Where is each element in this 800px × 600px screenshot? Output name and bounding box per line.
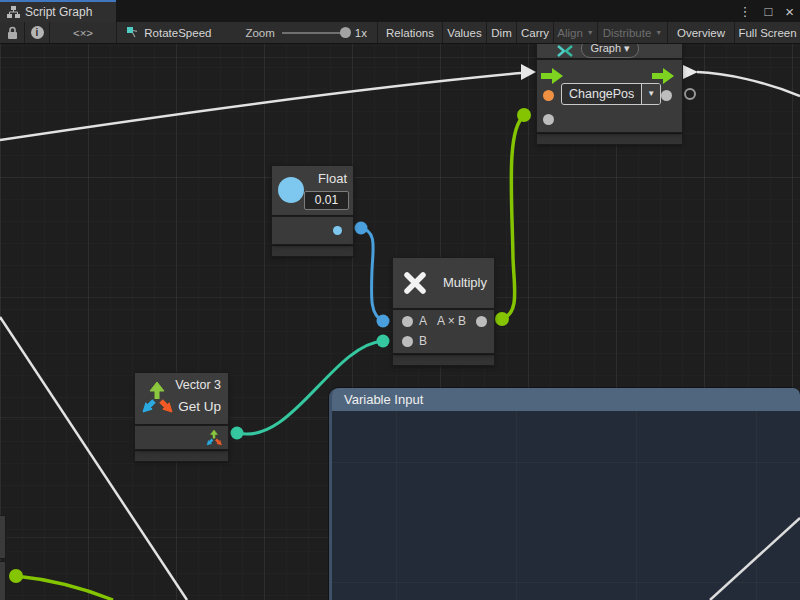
zoom-slider[interactable] bbox=[282, 32, 348, 34]
node-vector3-get-up[interactable]: Vector 3 Get Up bbox=[135, 373, 228, 461]
graph-reference-name[interactable]: RotateSpeed bbox=[144, 27, 211, 39]
node-footer bbox=[537, 134, 682, 144]
info-button[interactable]: i bbox=[25, 22, 50, 43]
toolbar-button-align[interactable]: Align ▼ bbox=[554, 22, 598, 43]
distribute-label: Distribute bbox=[603, 27, 652, 39]
window-menu-icon[interactable]: ⋮ bbox=[738, 4, 751, 19]
chevron-down-icon: ▼ bbox=[655, 29, 662, 36]
unconnected-port-ring[interactable] bbox=[684, 88, 696, 100]
port-float-output[interactable] bbox=[333, 226, 342, 235]
lock-icon bbox=[7, 26, 18, 39]
node-graph-unit[interactable]: Graph ▾ ChangePos ▼ bbox=[537, 30, 682, 144]
zoom-label: Zoom bbox=[245, 27, 274, 39]
node-title: Float bbox=[318, 171, 347, 186]
chevron-down-icon: ▼ bbox=[587, 29, 594, 36]
node-footer bbox=[393, 355, 494, 365]
toolbar-button-relations[interactable]: Relations bbox=[378, 22, 443, 43]
partial-node[interactable] bbox=[0, 516, 5, 558]
port-orange-input[interactable] bbox=[543, 90, 554, 101]
toolbar-button-carry[interactable]: Carry bbox=[517, 22, 554, 43]
port-value-output[interactable] bbox=[661, 90, 672, 101]
node-title: Multiply bbox=[443, 275, 487, 290]
graph-reference-segment: RotateSpeed Zoom 1x bbox=[117, 22, 378, 43]
zoom-value: 1x bbox=[355, 27, 367, 39]
port-gray-input[interactable] bbox=[543, 114, 554, 125]
toolbar-button-overview[interactable]: Overview bbox=[668, 22, 735, 43]
port-a-label: A bbox=[419, 314, 427, 328]
graph-unit-icon bbox=[557, 45, 573, 57]
rotate-speed-graph-icon bbox=[127, 27, 137, 39]
port-vector3-output[interactable] bbox=[206, 429, 223, 447]
script-graph-window: Variable Input Graph ▾ bbox=[0, 0, 800, 600]
maximize-icon[interactable]: □ bbox=[764, 4, 772, 19]
toolbar-button-dim[interactable]: Dim bbox=[487, 22, 517, 43]
control-input-arrow-icon[interactable] bbox=[541, 68, 563, 84]
chevron-down-icon[interactable]: ▼ bbox=[641, 84, 660, 104]
node-subtitle: Vector 3 bbox=[175, 378, 221, 392]
port-b-label: B bbox=[419, 334, 427, 348]
port-b-input[interactable] bbox=[402, 336, 413, 347]
toolbar: i <×> RotateSpeed Zoom 1x Relations Valu… bbox=[0, 22, 800, 44]
port-out-label: A × B bbox=[437, 314, 466, 328]
code-view-button[interactable]: <×> bbox=[50, 22, 117, 43]
toolbar-button-full-screen[interactable]: Full Screen bbox=[735, 22, 800, 43]
multiply-icon bbox=[400, 268, 430, 298]
variable-dropdown-value: ChangePos bbox=[562, 84, 641, 104]
control-output-arrow-icon[interactable] bbox=[652, 68, 674, 84]
tab-script-graph[interactable]: Script Graph bbox=[0, 0, 116, 22]
vector3-icon bbox=[141, 380, 175, 416]
window-chrome: Script Graph ⋮ □ × i <×> bbox=[0, 0, 800, 22]
partial-node[interactable] bbox=[0, 562, 5, 600]
variable-dropdown[interactable]: ChangePos ▼ bbox=[561, 83, 661, 105]
script-graph-icon bbox=[7, 6, 20, 18]
toolbar-button-values[interactable]: Values bbox=[443, 22, 487, 43]
toolbar-button-distribute[interactable]: Distribute ▼ bbox=[598, 22, 668, 43]
zoom-slider-knob[interactable] bbox=[340, 27, 351, 38]
node-multiply[interactable]: Multiply A A × B B bbox=[393, 258, 494, 365]
port-a-input[interactable] bbox=[402, 316, 413, 327]
float-value-input[interactable]: 0.01 bbox=[304, 191, 349, 210]
tab-title: Script Graph bbox=[25, 5, 92, 19]
port-result-output[interactable] bbox=[476, 316, 487, 327]
node-float[interactable]: Float 0.01 bbox=[272, 166, 353, 256]
lock-button[interactable] bbox=[0, 22, 25, 43]
node-title: Get Up bbox=[178, 399, 221, 414]
group-panel-title[interactable]: Variable Input bbox=[332, 388, 800, 411]
info-icon: i bbox=[31, 26, 44, 39]
tab-bar: Script Graph ⋮ □ × bbox=[0, 0, 800, 22]
close-icon[interactable]: × bbox=[785, 3, 794, 20]
float-icon bbox=[278, 177, 304, 203]
group-panel-variable-input[interactable]: Variable Input bbox=[329, 388, 800, 600]
align-label: Align bbox=[557, 27, 583, 39]
node-footer bbox=[272, 246, 353, 256]
node-footer bbox=[135, 451, 228, 461]
